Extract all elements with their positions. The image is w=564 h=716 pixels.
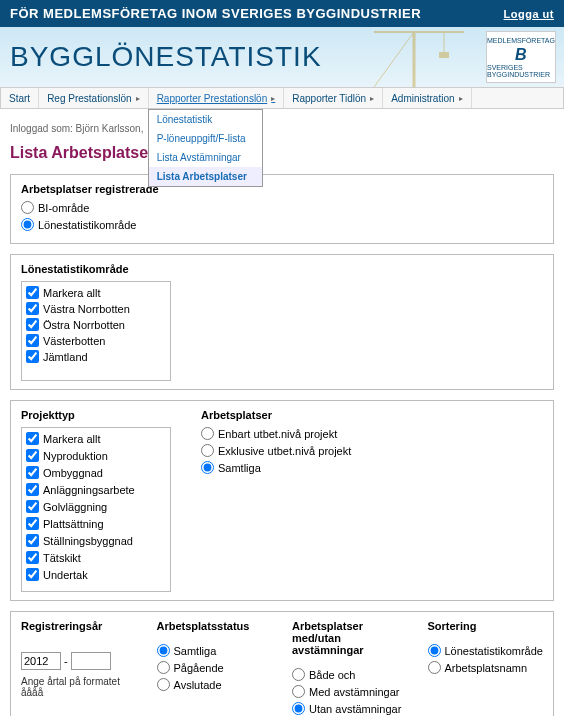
check-markera-allt[interactable] [26, 432, 39, 445]
radio-label: Med avstämningar [309, 686, 400, 698]
menu-item-reg-prestationslön[interactable]: Reg Prestationslön▸ [39, 88, 149, 108]
avst-title: Arbetsplatser med/utan avstämningar [292, 620, 408, 656]
chevron-right-icon: ▸ [370, 94, 374, 103]
radio-l-nestatistikomr-de[interactable] [428, 644, 441, 657]
check-label: Tätskikt [43, 552, 81, 564]
check-platts-ttning[interactable] [26, 517, 39, 530]
radio-l-nestatistikomr-de[interactable] [21, 218, 34, 231]
check-label: Undertak [43, 569, 88, 581]
menu-item-start[interactable]: Start [1, 88, 39, 108]
menu-item-administration[interactable]: Administration▸ [383, 88, 471, 108]
year-to-input[interactable] [71, 652, 111, 670]
radio-samtliga[interactable] [201, 461, 214, 474]
panel-filters: Registreringsår - Ange årtal på formatet… [10, 611, 554, 716]
regyear-title: Registreringsår [21, 620, 137, 632]
header-tagline: FÖR MEDLEMSFÖRETAG INOM SVERIGES BYGGIND… [10, 6, 421, 21]
radio-enbart-utbet.niv-projekt[interactable] [201, 427, 214, 440]
radio-med-avst-mningar[interactable] [292, 685, 305, 698]
area-listbox[interactable]: Markera alltVästra NorrbottenÖstra Norrb… [21, 281, 171, 381]
check-nyproduktion[interactable] [26, 449, 39, 462]
dropdown-item-lista-avst-mningar[interactable]: Lista Avstämningar [149, 148, 262, 167]
panel-area: Lönestatistikområde Markera alltVästra N… [10, 254, 554, 390]
logo: MEDLEMSFÖRETAG B SVERIGES BYGGINDUSTRIER [486, 31, 556, 83]
radio-label: Arbetsplatsnamn [445, 662, 528, 674]
check-markera-allt[interactable] [26, 286, 39, 299]
radio-bi-omr-de[interactable] [21, 201, 34, 214]
dropdown-item-p-l-neuppgift-f-lista[interactable]: P-löneuppgift/F-lista [149, 129, 262, 148]
radio-avslutade[interactable] [157, 678, 170, 691]
check-label: Anläggningsarbete [43, 484, 135, 496]
radio-samtliga[interactable] [157, 644, 170, 657]
check-label: Ombyggnad [43, 467, 103, 479]
check-label: Markera allt [43, 287, 100, 299]
svg-text:B: B [515, 46, 527, 63]
radio-utan-avst-mningar[interactable] [292, 702, 305, 715]
radio-label: Både och [309, 669, 355, 681]
check-label: Ställningsbyggnad [43, 535, 133, 547]
projecttype-title: Projekttyp [21, 409, 171, 421]
menu-item-rapporter-tidlön[interactable]: Rapporter Tidlön▸ [284, 88, 383, 108]
radio-arbetsplatsnamn[interactable] [428, 661, 441, 674]
panel-registered-title: Arbetsplatser registrerade [21, 183, 543, 195]
radio-label: Exklusive utbet.nivå projekt [218, 445, 351, 457]
check-t-tskikt[interactable] [26, 551, 39, 564]
check-j-mtland[interactable] [26, 350, 39, 363]
radio-label: Enbart utbet.nivå projekt [218, 428, 337, 440]
check-st-llningsbyggnad[interactable] [26, 534, 39, 547]
radio-b-de-och[interactable] [292, 668, 305, 681]
header-bar: FÖR MEDLEMSFÖRETAG INOM SVERIGES BYGGIND… [0, 0, 564, 27]
radio-label: Samtliga [218, 462, 261, 474]
status-title: Arbetsplatsstatus [157, 620, 273, 632]
sort-title: Sortering [428, 620, 544, 632]
logo-text-bottom: SVERIGES BYGGINDUSTRIER [487, 64, 555, 78]
check-label: Markera allt [43, 433, 100, 445]
page-title: Lista Arbetsplatser [10, 144, 554, 162]
logged-in-text: Inloggad som: Björn Karlsson, [10, 123, 554, 134]
banner: BYGGLÖNESTATISTIK MEDLEMSFÖRETAG B SVERI… [0, 27, 564, 87]
crane-decoration [354, 27, 474, 87]
check--stra-norrbotten[interactable] [26, 318, 39, 331]
chevron-right-icon: ▸ [271, 94, 275, 103]
projecttype-listbox[interactable]: Markera alltNyproduktionOmbyggnadAnläggn… [21, 427, 171, 592]
radio-label: Samtliga [174, 645, 217, 657]
check-label: Plattsättning [43, 518, 104, 530]
svg-rect-4 [439, 52, 449, 58]
dropdown-item-l-nestatistik[interactable]: Lönestatistik [149, 110, 262, 129]
svg-line-2 [374, 32, 414, 87]
check-undertak[interactable] [26, 568, 39, 581]
workplaces-title: Arbetsplatser [201, 409, 351, 421]
dropdown-menu: LönestatistikP-löneuppgift/F-listaLista … [148, 109, 263, 187]
radio-label: Avslutade [174, 679, 222, 691]
radio-label: Lönestatistikområde [445, 645, 543, 657]
check-label: Västerbotten [43, 335, 105, 347]
year-hint: Ange årtal på formatet åååå [21, 676, 137, 698]
chevron-right-icon: ▸ [459, 94, 463, 103]
dropdown-item-lista-arbetsplatser[interactable]: Lista Arbetsplatser [149, 167, 262, 186]
check-label: Jämtland [43, 351, 88, 363]
check-golvl-ggning[interactable] [26, 500, 39, 513]
logo-text-top: MEDLEMSFÖRETAG [487, 37, 555, 44]
brand-title: BYGGLÖNESTATISTIK [10, 41, 322, 73]
check-v-stra-norrbotten[interactable] [26, 302, 39, 315]
year-separator: - [64, 655, 68, 667]
menu-item-rapporter-prestationslön[interactable]: Rapporter Prestationslön▸LönestatistikP-… [149, 88, 285, 108]
radio-exklusive-utbet.niv-projekt[interactable] [201, 444, 214, 457]
panel-project: Projekttyp Markera alltNyproduktionOmbyg… [10, 400, 554, 601]
radio-label: Lönestatistikområde [38, 219, 136, 231]
check-ombyggnad[interactable] [26, 466, 39, 479]
check-label: Västra Norrbotten [43, 303, 130, 315]
check-anl-ggningsarbete[interactable] [26, 483, 39, 496]
year-from-input[interactable] [21, 652, 61, 670]
radio-label: Utan avstämningar [309, 703, 401, 715]
logo-icon: B [511, 44, 531, 64]
radio-label: Pågående [174, 662, 224, 674]
radio-label: BI-område [38, 202, 89, 214]
chevron-right-icon: ▸ [136, 94, 140, 103]
radio-p-g-ende[interactable] [157, 661, 170, 674]
panel-area-title: Lönestatistikområde [21, 263, 543, 275]
check-label: Östra Norrbotten [43, 319, 125, 331]
panel-registered: Arbetsplatser registrerade BI-områdeLöne… [10, 174, 554, 244]
logout-link[interactable]: Logga ut [504, 8, 554, 20]
menubar: StartReg Prestationslön▸Rapporter Presta… [0, 87, 564, 109]
check-v-sterbotten[interactable] [26, 334, 39, 347]
